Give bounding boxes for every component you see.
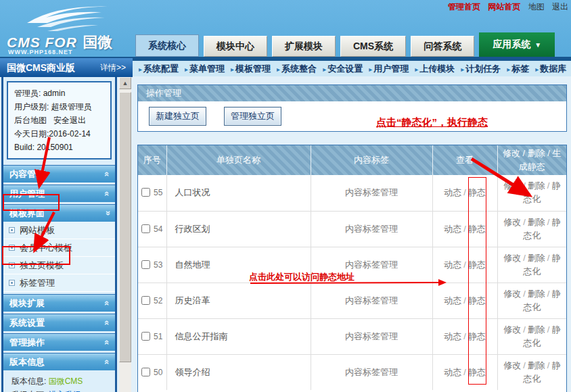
delete-link[interactable]: 删除 [528, 324, 545, 335]
brand-cn: 国微 [83, 34, 112, 51]
row-checkbox[interactable] [141, 188, 150, 197]
subnav-item-database[interactable]: ▸数据库 [535, 63, 566, 75]
content-tag-link[interactable]: 内容标签管理 [345, 331, 398, 341]
edit-link[interactable]: 修改 [503, 360, 521, 370]
content-tag-link[interactable]: 内容标签管理 [345, 260, 398, 270]
tab-qa-system[interactable]: 问答系统 [411, 36, 474, 57]
subnav-item-integration[interactable]: ▸系统整合 [277, 63, 317, 75]
tab-app-system[interactable]: 应用系统▼ [479, 32, 555, 57]
tab-extend-module[interactable]: 扩展模块 [272, 36, 336, 57]
content-tag-link[interactable]: 内容标签管理 [345, 367, 398, 377]
sidebar-item-member-template[interactable]: 会员中心模板 [3, 239, 115, 257]
sidebar-detail-link[interactable]: 详情>> [100, 58, 126, 77]
static-link[interactable]: 静态 [468, 331, 486, 341]
triangle-right-icon: ▸ [323, 66, 326, 73]
top-link-admin-home[interactable]: 管理首页 [448, 2, 480, 11]
edit-link[interactable]: 修改 [503, 180, 521, 191]
dynamic-link[interactable]: 动态 [444, 260, 461, 270]
backend-map-link[interactable]: 后台地图 [14, 116, 47, 125]
sidebar-section-template-ui[interactable]: 模板界面 « [3, 204, 115, 222]
table-row: 55 人口状况 内容标签管理 动态/静态 修改/删除/静态化 [138, 175, 566, 211]
row-checkbox[interactable] [141, 224, 150, 233]
top-link-site-home[interactable]: 网站首页 [488, 2, 520, 11]
sidebar-item-tag-manage[interactable]: 标签管理 [3, 274, 115, 292]
subitem-label: 独立页模板 [20, 257, 64, 274]
delete-link[interactable]: 删除 [528, 289, 545, 299]
delete-link[interactable]: 删除 [528, 360, 545, 370]
edit-link[interactable]: 修改 [503, 217, 521, 227]
top-link-map[interactable]: 地图 [528, 2, 545, 11]
edit-link[interactable]: 修改 [503, 289, 521, 299]
admin-value: admin [43, 89, 66, 98]
dynamic-link[interactable]: 动态 [444, 295, 461, 305]
subnav-item-menu-manage[interactable]: ▸菜单管理 [185, 63, 225, 75]
header-seq: 序号 [138, 145, 166, 175]
admin-label: 管理员: [14, 89, 41, 98]
section-label: 用户管理 [9, 189, 45, 199]
dynamic-link[interactable]: 动态 [444, 367, 461, 377]
sidebar-section-system-settings[interactable]: 系统设置 « [3, 314, 115, 331]
dynamic-link[interactable]: 动态 [444, 331, 461, 341]
safe-logout-link[interactable]: 安全退出 [53, 116, 86, 125]
sidebar-section-module-extend[interactable]: 模块扩展 « [3, 294, 115, 312]
delete-link[interactable]: 删除 [528, 180, 545, 191]
delete-link[interactable]: 删除 [528, 217, 545, 227]
subnav-item-tags[interactable]: ▸标签 [507, 63, 529, 75]
subnav-item-security[interactable]: ▸安全设置 [323, 63, 363, 75]
tab-system-core[interactable]: 系统核心 [135, 34, 199, 57]
admin-page: 管理首页 网站首页 地图 退出 CMS FOR 国微 WWW.PHP168.NE… [0, 0, 571, 392]
delete-link[interactable]: 删除 [528, 253, 545, 263]
top-link-logout[interactable]: 退出 [552, 2, 568, 11]
bullet-square-icon [9, 262, 15, 268]
subnav-item-upload[interactable]: ▸上传模块 [415, 63, 455, 75]
tab-cms-system[interactable]: CMS系统 [340, 36, 406, 57]
table-header-row: 序号 单独页名称 内容标签 查看 修改 / 删除 / 生成静态 [138, 145, 566, 175]
separator: / [547, 324, 550, 335]
content-tag-link[interactable]: 内容标签管理 [345, 295, 398, 305]
new-standalone-page-button[interactable]: 新建独立页 [149, 107, 206, 126]
scrollbar-thumb[interactable] [119, 92, 131, 362]
content-tag-link[interactable]: 内容标签管理 [345, 187, 398, 197]
sidebar-item-standalone-template[interactable]: 独立页模板 [3, 257, 115, 274]
dynamic-link[interactable]: 动态 [444, 224, 461, 234]
tab-module-center[interactable]: 模块中心 [204, 36, 267, 57]
bullet-square-icon [9, 227, 15, 233]
sidebar-section-user-manage[interactable]: 用户管理 « [3, 185, 115, 202]
sidebar-section-manage-ops[interactable]: 管理操作 « [3, 333, 115, 351]
separator: / [523, 289, 526, 299]
section-label: 管理操作 [9, 337, 45, 347]
subnav-item-user-manage[interactable]: ▸用户管理 [369, 63, 409, 75]
static-link[interactable]: 静态 [468, 224, 486, 234]
scrollbar-up-button[interactable]: ▲ [119, 77, 131, 89]
static-link[interactable]: 静态 [468, 187, 486, 197]
subnav-label: 标签 [511, 64, 529, 74]
row-checkbox[interactable] [141, 296, 150, 305]
static-link[interactable]: 静态 [468, 367, 486, 377]
row-id: 55 [154, 188, 162, 197]
row-checkbox[interactable] [141, 368, 150, 376]
subnav-item-system-config[interactable]: ▸系统配置 [139, 63, 179, 75]
triangle-right-icon: ▸ [369, 66, 372, 73]
sidebar-item-site-template[interactable]: 网站模板 [3, 222, 115, 239]
static-link[interactable]: 静态 [468, 260, 486, 270]
header-view: 查看 [432, 145, 497, 175]
edit-link[interactable]: 修改 [503, 253, 521, 263]
top-header-band: 管理首页 网站首页 地图 退出 CMS FOR 国微 WWW.PHP168.NE… [0, 0, 571, 61]
row-checkbox[interactable] [141, 332, 150, 341]
row-name: 历史沿革 [166, 283, 311, 318]
chevron-up-icon: « [99, 172, 116, 176]
content-tag-link[interactable]: 内容标签管理 [345, 224, 398, 234]
row-checkbox[interactable] [141, 260, 150, 269]
subnav-item-template[interactable]: ▸模板管理 [231, 63, 271, 75]
manage-standalone-page-button[interactable]: 管理独立页 [224, 107, 281, 126]
edit-link[interactable]: 修改 [503, 324, 521, 335]
row-name: 信息公开指南 [166, 318, 311, 354]
sidebar-section-content-manage[interactable]: 内容管理 « [3, 165, 115, 182]
triangle-right-icon: ▸ [277, 66, 280, 73]
sidebar-section-version-info[interactable]: 版本信息 « [3, 353, 115, 370]
subnav-label: 数据库 [540, 64, 566, 74]
subitem-label: 标签管理 [20, 274, 55, 291]
static-link[interactable]: 静态 [468, 295, 486, 305]
subnav-item-cron[interactable]: ▸计划任务 [461, 63, 501, 75]
dynamic-link[interactable]: 动态 [444, 187, 461, 197]
